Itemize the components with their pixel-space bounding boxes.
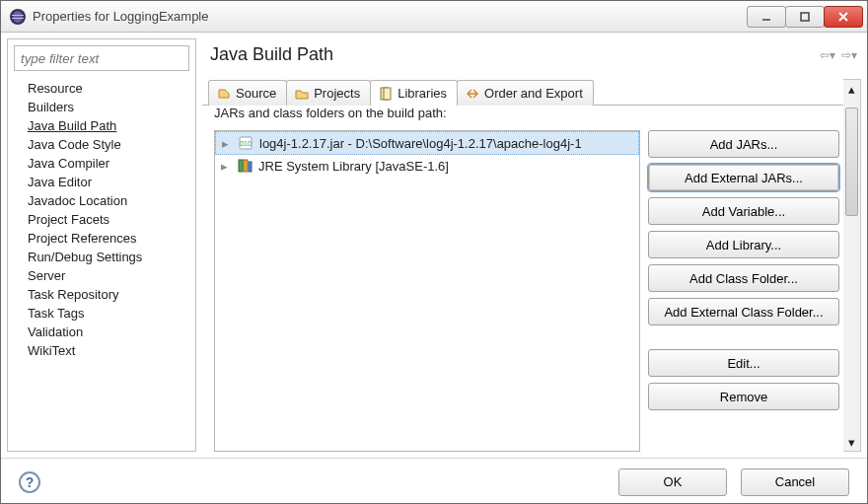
tab-icon [466, 87, 479, 101]
tab-icon [217, 87, 231, 101]
svg-rect-4 [801, 13, 809, 21]
svg-rect-3 [12, 18, 24, 19]
tab[interactable]: Libraries [370, 80, 458, 106]
sidebar-item[interactable]: Task Repository [22, 285, 195, 304]
tab[interactable]: Projects [286, 80, 371, 106]
ok-button[interactable]: OK [618, 468, 727, 496]
library-row[interactable]: ▸JRE System Library [JavaSE-1.6] [215, 155, 639, 177]
page-title: Java Build Path [210, 44, 333, 65]
dialog-footer: ? OK Cancel [1, 458, 867, 504]
libraries-caption: JARs and class folders on the build path… [202, 106, 843, 124]
jar-icon: 010 [238, 135, 253, 151]
svg-rect-10 [244, 160, 248, 172]
tab[interactable]: Source [208, 80, 287, 106]
window-title: Properties for LoggingExample [33, 9, 748, 24]
window-minimize-button[interactable] [747, 6, 786, 28]
window-controls [748, 6, 863, 28]
library-label: log4j-1.2.17.jar - D:\Software\log4j-1.2… [259, 136, 582, 151]
add-library-button[interactable]: Add Library... [648, 231, 839, 258]
library-label: JRE System Library [JavaSE-1.6] [258, 159, 449, 174]
sidebar-item[interactable]: Validation [22, 323, 195, 341]
tab-label: Libraries [398, 86, 447, 101]
cancel-button[interactable]: Cancel [741, 468, 849, 496]
sidebar-item[interactable]: Project Facets [22, 210, 195, 229]
scroll-down-icon[interactable]: ▾ [843, 433, 860, 451]
svg-text:010: 010 [240, 140, 252, 147]
svg-rect-6 [384, 88, 391, 100]
filter-input[interactable] [14, 45, 189, 71]
content-scrollbar[interactable]: ▴ ▾ [843, 79, 861, 452]
sidebar-item[interactable]: WikiText [22, 341, 195, 360]
eclipse-icon [9, 8, 27, 26]
nav-forward-icon[interactable]: ⇨▾ [841, 48, 857, 62]
tab[interactable]: Order and Export [457, 80, 594, 106]
library-icon [237, 158, 253, 174]
library-buttons: Add JARs... Add External JARs... Add Var… [648, 130, 843, 452]
remove-button[interactable]: Remove [648, 383, 839, 410]
tab-icon [295, 87, 309, 101]
window-maximize-button[interactable] [785, 6, 825, 28]
property-page-main: Java Build Path ⇦▾ ⇨▾ SourceProjectsLibr… [202, 33, 867, 458]
tab-label: Order and Export [484, 86, 583, 101]
sidebar-item[interactable]: Project References [22, 229, 195, 248]
svg-point-1 [13, 11, 23, 23]
sidebar-item[interactable]: Run/Debug Settings [22, 248, 195, 266]
window-close-button[interactable] [824, 6, 863, 28]
property-page-sidebar: ResourceBuildersJava Build PathJava Code… [7, 38, 196, 452]
add-external-jars-button[interactable]: Add External JARs... [648, 164, 839, 191]
scroll-up-icon[interactable]: ▴ [843, 80, 860, 98]
sidebar-item[interactable]: Builders [22, 98, 195, 116]
scroll-thumb[interactable] [845, 108, 858, 216]
add-variable-button[interactable]: Add Variable... [648, 197, 839, 225]
expand-icon[interactable]: ▸ [222, 136, 232, 151]
svg-rect-9 [239, 160, 243, 172]
nav-back-icon[interactable]: ⇦▾ [820, 48, 835, 62]
sidebar-item[interactable]: Java Build Path [22, 116, 195, 135]
svg-rect-2 [12, 15, 24, 16]
tab-label: Projects [314, 86, 360, 101]
sidebar-item[interactable]: Resource [22, 79, 195, 98]
property-tree[interactable]: ResourceBuildersJava Build PathJava Code… [8, 77, 195, 451]
add-jars-button[interactable]: Add JARs... [648, 130, 839, 158]
sidebar-item[interactable]: Javadoc Location [22, 191, 195, 210]
build-path-tabs: SourceProjectsLibrariesOrder and Export [202, 79, 843, 106]
sidebar-item[interactable]: Server [22, 266, 195, 285]
edit-button[interactable]: Edit... [648, 349, 839, 377]
add-class-folder-button[interactable]: Add Class Folder... [648, 264, 839, 292]
help-icon[interactable]: ? [19, 471, 40, 493]
sidebar-item[interactable]: Java Code Style [22, 135, 195, 154]
sidebar-item[interactable]: Task Tags [22, 304, 195, 323]
window-titlebar: Properties for LoggingExample [1, 1, 867, 33]
libraries-list[interactable]: ▸010log4j-1.2.17.jar - D:\Software\log4j… [214, 130, 640, 452]
add-external-class-folder-button[interactable]: Add External Class Folder... [648, 298, 839, 325]
sidebar-item[interactable]: Java Compiler [22, 154, 195, 173]
page-nav-arrows: ⇦▾ ⇨▾ [820, 48, 857, 62]
library-row[interactable]: ▸010log4j-1.2.17.jar - D:\Software\log4j… [215, 131, 639, 155]
svg-rect-11 [249, 162, 252, 172]
expand-icon[interactable]: ▸ [221, 159, 231, 174]
tab-icon [379, 87, 393, 101]
tab-label: Source [236, 86, 276, 101]
sidebar-item[interactable]: Java Editor [22, 173, 195, 191]
